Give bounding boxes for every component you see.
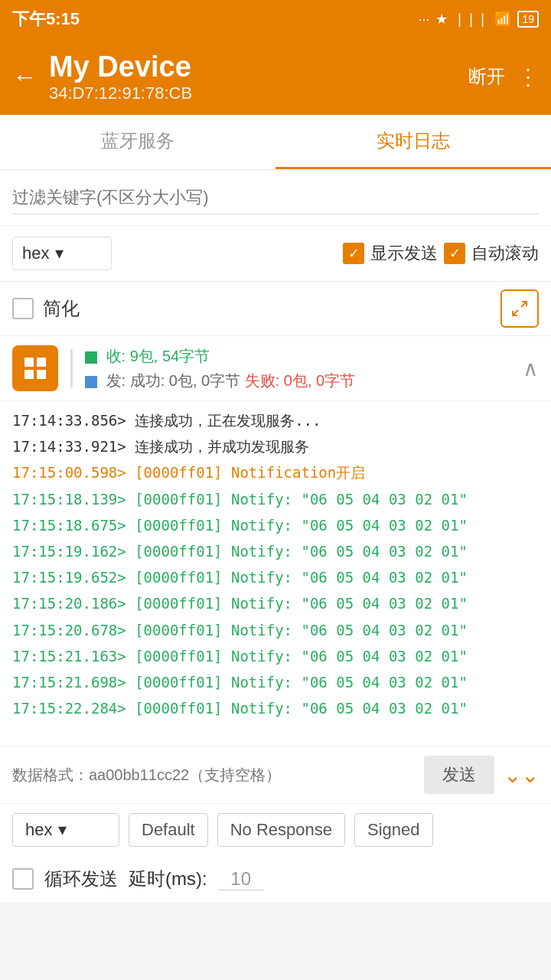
wifi-icon: 📶 (494, 11, 511, 28)
log-line-0: 17:14:33.856> 连接成功，正在发现服务... (12, 407, 539, 433)
disconnect-button[interactable]: 断开 (468, 64, 505, 89)
stats-icon (12, 345, 58, 391)
rx-stats: 收: 9包, 54字节 (85, 344, 510, 368)
svg-rect-3 (24, 370, 34, 379)
bottom-format-select[interactable]: hex ▾ (12, 813, 119, 847)
tab-ble-services[interactable]: 蓝牙服务 (0, 115, 276, 169)
stats-text: 收: 9包, 54字节 发: 成功: 0包, 0字节 失败: 0包, 0字节 (85, 344, 510, 393)
delay-label: 延时(ms): (129, 867, 207, 891)
auto-scroll-checkbox[interactable]: ✓ (444, 243, 465, 264)
scroll-down-button[interactable]: ⌄⌄ (504, 763, 539, 788)
checkbox-group: ✓ 显示发送 ✓ 自动滚动 (343, 242, 539, 265)
app-bar: ← My Device 34:D7:12:91:78:CB 断开 ⋮ (0, 38, 551, 115)
controls-row: hex ▾ ✓ 显示发送 ✓ 自动滚动 (0, 226, 551, 282)
log-line-10: 17:15:21.698> [0000ff01] Notify: "06 05 … (12, 669, 539, 695)
delay-input[interactable] (218, 868, 264, 890)
status-bar: 下午5:15 ··· ★ ❘❘❘ 📶 19 (0, 0, 551, 38)
collapse-button[interactable]: ∧ (523, 356, 539, 381)
send-button[interactable]: 发送 (424, 756, 494, 794)
simplify-left: 简化 (12, 296, 80, 321)
stats-row: 收: 9包, 54字节 发: 成功: 0包, 0字节 失败: 0包, 0字节 ∧ (0, 336, 551, 401)
log-line-8: 17:15:20.678> [0000ff01] Notify: "06 05 … (12, 617, 539, 643)
format-select[interactable]: hex ▾ (12, 237, 112, 270)
show-send-label: 显示发送 (370, 242, 438, 265)
log-area: 17:14:33.856> 连接成功，正在发现服务...17:14:33.921… (0, 401, 551, 746)
stats-divider (70, 349, 73, 387)
show-send-checkbox[interactable]: ✓ (343, 243, 364, 264)
more-options-button[interactable]: ⋮ (517, 64, 539, 90)
log-line-4: 17:15:18.675> [0000ff01] Notify: "06 05 … (12, 512, 539, 538)
filter-section (0, 171, 551, 226)
status-time: 下午5:15 (12, 8, 80, 31)
simplify-row: 简化 (0, 282, 551, 336)
battery-icon: 19 (517, 11, 539, 28)
log-line-11: 17:15:22.284> [0000ff01] Notify: "06 05 … (12, 695, 539, 721)
tab-realtime-log[interactable]: 实时日志 (276, 115, 551, 169)
auto-scroll-label: 自动滚动 (471, 242, 539, 265)
svg-line-1 (513, 310, 518, 315)
format-dropdown-icon: ▾ (55, 243, 64, 263)
tabs: 蓝牙服务 实时日志 (0, 115, 551, 171)
repeat-label: 循环发送 (44, 867, 118, 891)
back-button[interactable]: ← (12, 63, 37, 91)
tx-indicator (85, 376, 97, 388)
bottom-format-value: hex (25, 820, 52, 840)
bottom-format-row: hex ▾ Default No Response Signed (0, 803, 551, 856)
filter-input[interactable] (12, 181, 539, 214)
status-icons: ··· ★ ❘❘❘ 📶 19 (418, 11, 539, 28)
bluetooth-icon: ★ (435, 11, 448, 28)
device-address: 34:D7:12:91:78:CB (49, 83, 468, 103)
app-bar-actions: 断开 ⋮ (468, 64, 539, 90)
tx-success-label: 发: 成功: 0包, 0字节 (106, 372, 241, 389)
simplify-label: 简化 (43, 296, 80, 321)
show-send-checkbox-item: ✓ 显示发送 (343, 242, 438, 265)
log-line-3: 17:15:18.139> [0000ff01] Notify: "06 05 … (12, 486, 539, 512)
repeat-row: 循环发送 延时(ms): (0, 856, 551, 902)
svg-line-0 (521, 302, 527, 307)
send-input[interactable] (12, 766, 415, 784)
device-name: My Device (49, 51, 468, 83)
signal-dots-icon: ··· (418, 11, 429, 28)
cellular-icon: ❘❘❘ (454, 11, 488, 28)
rx-indicator (85, 351, 97, 364)
svg-rect-2 (24, 358, 34, 367)
simplify-checkbox[interactable] (12, 298, 34, 319)
app-bar-title: My Device 34:D7:12:91:78:CB (49, 51, 468, 103)
log-line-2: 17:15:00.598> [0000ff01] Notification开启 (12, 459, 539, 485)
default-button[interactable]: Default (129, 813, 208, 847)
log-line-5: 17:15:19.162> [0000ff01] Notify: "06 05 … (12, 538, 539, 564)
send-area: 发送 ⌄⌄ (0, 746, 551, 803)
svg-rect-5 (37, 370, 46, 379)
tx-fail-label: 失败: 0包, 0字节 (245, 372, 355, 389)
no-response-button[interactable]: No Response (217, 813, 345, 847)
repeat-checkbox[interactable] (12, 868, 34, 890)
log-line-6: 17:15:19.652> [0000ff01] Notify: "06 05 … (12, 564, 539, 590)
log-line-1: 17:14:33.921> 连接成功，并成功发现服务 (12, 433, 539, 459)
log-line-7: 17:15:20.186> [0000ff01] Notify: "06 05 … (12, 590, 539, 616)
auto-scroll-checkbox-item: ✓ 自动滚动 (444, 242, 539, 265)
signed-button[interactable]: Signed (354, 813, 433, 847)
svg-rect-4 (37, 358, 46, 367)
rx-label: 收: 9包, 54字节 (106, 348, 210, 364)
log-line-9: 17:15:21.163> [0000ff01] Notify: "06 05 … (12, 643, 539, 669)
bottom-format-dropdown-icon: ▾ (58, 820, 67, 840)
tx-stats: 发: 成功: 0包, 0字节 失败: 0包, 0字节 (85, 368, 510, 393)
expand-button[interactable] (500, 289, 539, 328)
format-value: hex (22, 243, 49, 263)
